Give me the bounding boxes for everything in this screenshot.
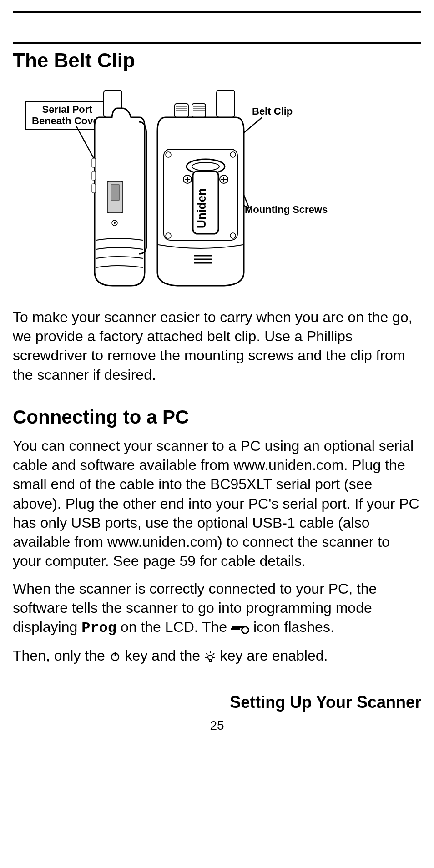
svg-rect-12: [217, 90, 235, 117]
svg-point-23: [192, 162, 219, 171]
brand-text: Uniden: [195, 188, 208, 228]
svg-rect-8: [92, 171, 96, 180]
device-side-view: [90, 90, 149, 290]
svg-rect-14: [192, 104, 206, 117]
svg-point-34: [230, 233, 236, 238]
svg-line-43: [213, 653, 214, 655]
footer-section-title: Setting Up Your Scanner: [13, 693, 421, 712]
svg-point-33: [166, 233, 171, 238]
svg-point-31: [166, 152, 171, 157]
top-rule: [13, 11, 421, 13]
figure-belt-clip: Serial Port Beneath Cover Belt Clip Moun…: [13, 76, 421, 299]
heading-connecting-pc: Connecting to a PC: [13, 406, 421, 428]
svg-rect-7: [92, 158, 96, 167]
paragraph-connecting-1: You can connect your scanner to a PC usi…: [13, 436, 421, 571]
svg-point-32: [230, 152, 236, 157]
svg-rect-13: [175, 104, 188, 117]
svg-rect-6: [111, 185, 119, 200]
svg-point-40: [208, 655, 212, 660]
text-fragment: key are enabled.: [220, 647, 328, 664]
paragraph-connecting-2: When the scanner is correctly connected …: [13, 579, 421, 638]
heading-belt-clip: The Belt Clip: [13, 49, 421, 72]
svg-rect-9: [92, 184, 96, 193]
thin-rule: [13, 41, 421, 41]
text-fragment: on the LCD. The: [116, 619, 231, 635]
key-lock-icon: [231, 625, 249, 633]
device-back-view: Uniden: [153, 90, 248, 290]
page-number: 25: [13, 718, 421, 733]
svg-line-42: [206, 653, 207, 655]
screw-left: [183, 175, 192, 183]
svg-point-11: [114, 222, 116, 224]
screw-right: [220, 175, 228, 183]
paragraph-belt-clip: To make your scanner easier to carry whe…: [13, 308, 421, 384]
paragraph-connecting-3: Then, only the key and the key are enabl…: [13, 646, 421, 665]
light-key-icon: [204, 651, 216, 662]
power-key-icon: [109, 651, 121, 662]
text-fragment: icon flashes.: [249, 619, 334, 635]
text-fragment: key and the: [125, 647, 204, 664]
document-page: The Belt Clip Serial Port Beneath Cover …: [0, 0, 434, 868]
text-fragment: Then, only the: [13, 647, 109, 664]
thin-rule-2: [13, 42, 421, 44]
lcd-text-prog: Prog: [81, 620, 116, 636]
